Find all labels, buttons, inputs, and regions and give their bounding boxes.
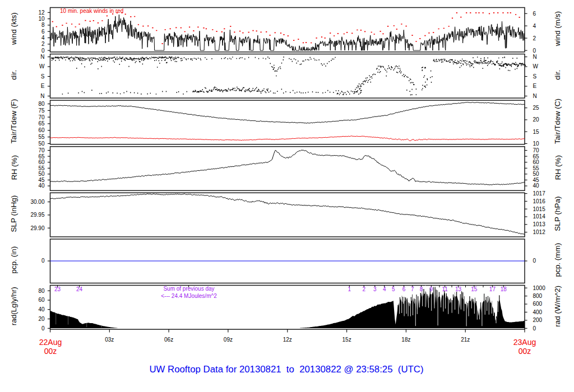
svg-text:800: 800 xyxy=(533,293,543,299)
svg-text:20: 20 xyxy=(533,116,540,123)
svg-text:65: 65 xyxy=(533,153,540,160)
svg-text:0: 0 xyxy=(533,48,536,54)
svg-text:40: 40 xyxy=(533,183,540,189)
svg-text:55: 55 xyxy=(38,134,45,140)
svg-text:50: 50 xyxy=(38,141,45,147)
svg-text:1012: 1012 xyxy=(533,229,546,235)
svg-text:0: 0 xyxy=(533,325,536,332)
svg-text:W: W xyxy=(39,63,45,69)
svg-text:1016: 1016 xyxy=(533,198,546,204)
svg-text:15: 15 xyxy=(471,286,478,292)
svg-text:rad (W/m^2): rad (W/m^2) xyxy=(554,286,562,327)
svg-text:Tair/Tdew (F): Tair/Tdew (F) xyxy=(10,99,18,144)
svg-text:18z: 18z xyxy=(401,337,410,343)
svg-text:40: 40 xyxy=(38,306,45,312)
svg-text:S: S xyxy=(41,73,45,80)
svg-text:E: E xyxy=(41,83,45,89)
svg-text:0: 0 xyxy=(41,258,45,264)
svg-text:1014: 1014 xyxy=(533,213,546,220)
svg-text:60: 60 xyxy=(38,297,45,303)
svg-text:80: 80 xyxy=(38,288,45,294)
svg-text:40: 40 xyxy=(38,183,45,189)
svg-text:70: 70 xyxy=(38,147,45,153)
svg-text:3: 3 xyxy=(373,286,377,292)
svg-text:wind (m/s): wind (m/s) xyxy=(554,11,562,46)
svg-text:wind (kts): wind (kts) xyxy=(10,12,18,45)
svg-text:00z: 00z xyxy=(519,347,531,356)
svg-text:45: 45 xyxy=(38,177,45,183)
svg-text:24: 24 xyxy=(76,286,83,292)
svg-text:10: 10 xyxy=(533,141,540,147)
svg-text:60: 60 xyxy=(533,159,540,165)
svg-text:UW Rooftop Data for 20130821: UW Rooftop Data for 20130821 to 20130822… xyxy=(149,364,423,375)
svg-text:60: 60 xyxy=(38,127,45,133)
svg-text:6: 6 xyxy=(402,286,406,292)
svg-text:50: 50 xyxy=(38,171,45,177)
svg-text:50: 50 xyxy=(533,171,540,177)
svg-text:N: N xyxy=(533,93,537,99)
svg-text:06z: 06z xyxy=(164,337,173,343)
svg-text:4: 4 xyxy=(41,35,45,41)
svg-text:W: W xyxy=(533,63,539,69)
svg-text:23Aug: 23Aug xyxy=(513,338,536,347)
svg-text:15: 15 xyxy=(533,129,540,135)
svg-text:22Aug: 22Aug xyxy=(39,338,62,347)
svg-text:15z: 15z xyxy=(342,337,351,343)
svg-text:1: 1 xyxy=(348,286,351,292)
svg-text:45: 45 xyxy=(533,177,540,183)
svg-text:200: 200 xyxy=(533,317,543,323)
svg-text:dir.: dir. xyxy=(554,70,562,80)
svg-text:0: 0 xyxy=(533,258,536,264)
svg-text:00z: 00z xyxy=(44,347,57,356)
svg-text:<--- 24.4 MJoules/m^2: <--- 24.4 MJoules/m^2 xyxy=(161,293,217,299)
svg-text:55: 55 xyxy=(533,165,540,171)
svg-text:03z: 03z xyxy=(105,337,114,343)
svg-text:10 min. peak winds in red: 10 min. peak winds in red xyxy=(60,8,123,14)
svg-text:55: 55 xyxy=(38,165,45,171)
svg-text:29.90: 29.90 xyxy=(30,225,44,231)
svg-text:11: 11 xyxy=(442,286,448,292)
svg-text:N: N xyxy=(40,54,44,60)
svg-text:1017: 1017 xyxy=(533,190,546,197)
svg-text:65: 65 xyxy=(38,153,45,160)
svg-text:60: 60 xyxy=(38,159,45,165)
svg-text:29.95: 29.95 xyxy=(30,212,44,218)
svg-text:25: 25 xyxy=(533,105,540,111)
svg-text:pcp. (in): pcp. (in) xyxy=(10,246,18,274)
svg-text:13: 13 xyxy=(455,286,462,292)
svg-text:10: 10 xyxy=(38,16,45,22)
svg-text:70: 70 xyxy=(533,147,540,153)
svg-text:1000: 1000 xyxy=(533,285,546,291)
svg-text:rad(Lgly/hr): rad(Lgly/hr) xyxy=(10,287,18,325)
svg-text:600: 600 xyxy=(533,301,543,307)
svg-text:400: 400 xyxy=(533,309,543,315)
svg-text:N: N xyxy=(40,93,44,99)
svg-text:0: 0 xyxy=(41,48,45,54)
svg-text:SLP (hPa): SLP (hPa) xyxy=(554,197,562,231)
svg-text:23: 23 xyxy=(54,286,61,292)
svg-text:17: 17 xyxy=(489,286,496,292)
svg-text:2: 2 xyxy=(533,35,536,41)
svg-text:8: 8 xyxy=(41,22,45,28)
svg-text:E: E xyxy=(533,83,537,89)
svg-text:pcp. (mm): pcp. (mm) xyxy=(554,243,562,277)
svg-text:N: N xyxy=(533,54,537,60)
svg-text:5: 5 xyxy=(392,286,395,292)
svg-text:dir.: dir. xyxy=(10,70,18,80)
svg-text:65: 65 xyxy=(38,120,45,127)
svg-text:30.00: 30.00 xyxy=(30,199,44,205)
svg-text:12: 12 xyxy=(38,10,45,16)
svg-text:SLP (inHg): SLP (inHg) xyxy=(10,195,18,232)
svg-text:21z: 21z xyxy=(461,337,470,343)
svg-text:Sum of previous day: Sum of previous day xyxy=(163,286,214,292)
svg-text:4: 4 xyxy=(533,23,536,29)
svg-text:80: 80 xyxy=(38,101,45,107)
svg-text:12z: 12z xyxy=(283,337,292,343)
svg-text:2: 2 xyxy=(362,286,365,292)
svg-text:8: 8 xyxy=(420,286,423,292)
svg-text:75: 75 xyxy=(38,108,45,114)
svg-text:0: 0 xyxy=(41,325,45,332)
svg-text:2: 2 xyxy=(41,41,45,47)
svg-text:20: 20 xyxy=(38,316,45,322)
svg-text:6: 6 xyxy=(41,29,45,35)
